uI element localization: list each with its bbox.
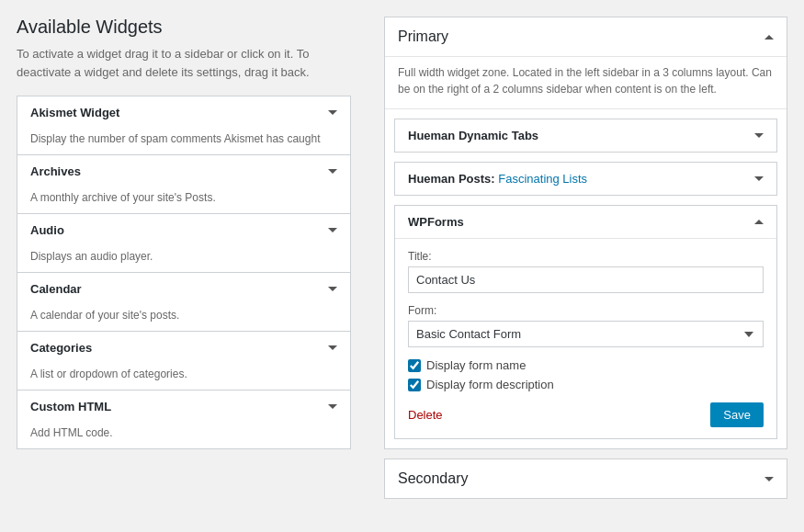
title-label: Title: (408, 250, 764, 263)
widget-akismet-desc: Display the number of spam comments Akis… (17, 129, 350, 154)
wpforms-body: Title: Form: Basic Contact Form Display … (395, 238, 776, 438)
chevron-down-icon (754, 176, 764, 181)
zone-widget-wpforms: WPForms Title: Form: Basic Contact Form … (394, 205, 777, 439)
chevron-up-icon (764, 35, 774, 40)
zone-widget-hueman-posts[interactable]: Hueman Posts: Fascinating Lists (394, 162, 777, 196)
zone-widget-hueman-dynamic-tabs-name: Hueman Dynamic Tabs (408, 129, 538, 142)
display-form-desc-row: Display form description (408, 378, 764, 391)
chevron-down-icon (754, 133, 764, 138)
chevron-down-icon (328, 345, 337, 350)
widget-categories[interactable]: Categories A list or dropdown of categor… (17, 332, 351, 391)
widget-calendar-header[interactable]: Calendar (17, 273, 350, 305)
widget-calendar[interactable]: Calendar A calendar of your site's posts… (17, 273, 351, 332)
chevron-down-icon (328, 228, 337, 232)
chevron-down-icon (328, 404, 337, 409)
widget-audio[interactable]: Audio Displays an audio player. (17, 214, 351, 273)
save-button[interactable]: Save (710, 402, 764, 427)
secondary-zone-header[interactable]: Secondary (385, 459, 787, 498)
widget-custom-html-desc: Add HTML code. (17, 423, 350, 448)
widget-archives-header[interactable]: Archives (17, 155, 350, 187)
secondary-zone: Secondary (384, 458, 787, 499)
primary-zone-title: Primary (398, 28, 448, 45)
form-label: Form: (408, 304, 764, 317)
chevron-down-icon (328, 287, 337, 291)
sidebar-zones-panel: Primary Full width widget zone. Located … (368, 0, 804, 532)
widget-audio-desc: Displays an audio player. (17, 246, 350, 272)
zone-widget-hueman-posts-name: Hueman Posts: Fascinating Lists (408, 172, 587, 186)
panel-instructions: To activate a widget drag it to a sideba… (17, 45, 351, 81)
secondary-zone-title: Secondary (398, 470, 469, 487)
display-form-name-label: Display form name (426, 358, 526, 372)
display-form-name-row: Display form name (408, 358, 764, 372)
chevron-down-icon (328, 169, 337, 174)
widget-custom-html-name: Custom HTML (30, 400, 111, 413)
chevron-down-icon (328, 110, 337, 115)
form-select[interactable]: Basic Contact Form (408, 321, 764, 347)
title-field-group: Title: (408, 250, 764, 293)
widget-calendar-desc: A calendar of your site's posts. (17, 305, 350, 331)
primary-zone-header[interactable]: Primary (385, 17, 787, 57)
widget-calendar-name: Calendar (30, 282, 82, 296)
widget-categories-header[interactable]: Categories (17, 332, 350, 364)
widget-categories-name: Categories (30, 341, 92, 355)
widget-audio-name: Audio (30, 223, 64, 237)
chevron-down-icon (764, 477, 774, 481)
primary-zone: Primary Full width widget zone. Located … (384, 17, 787, 449)
widget-custom-html[interactable]: Custom HTML Add HTML code. (17, 391, 351, 449)
widget-custom-html-header[interactable]: Custom HTML (17, 391, 350, 423)
widget-akismet-header[interactable]: Akismet Widget (17, 96, 350, 129)
delete-link[interactable]: Delete (408, 408, 443, 422)
zone-widget-hueman-dynamic-tabs-header[interactable]: Hueman Dynamic Tabs (395, 119, 776, 152)
title-input[interactable] (408, 266, 764, 293)
widget-audio-header[interactable]: Audio (17, 214, 350, 246)
zone-widget-hueman-posts-header[interactable]: Hueman Posts: Fascinating Lists (395, 163, 776, 195)
zone-widget-wpforms-header[interactable]: WPForms (395, 206, 776, 238)
chevron-up-icon (754, 220, 764, 224)
widget-archives[interactable]: Archives A monthly archive of your site'… (17, 155, 351, 214)
display-form-description-checkbox[interactable] (408, 379, 421, 391)
widget-categories-desc: A list or dropdown of categories. (17, 364, 350, 390)
zone-widget-hueman-dynamic-tabs[interactable]: Hueman Dynamic Tabs (394, 119, 777, 153)
primary-zone-description: Full width widget zone. Located in the l… (385, 57, 787, 109)
available-widgets-panel: Available Widgets To activate a widget d… (0, 0, 368, 532)
wpforms-footer: Delete Save (408, 402, 764, 427)
widget-akismet-name: Akismet Widget (30, 106, 119, 119)
form-field-group: Form: Basic Contact Form (408, 304, 764, 347)
widgets-list: Akismet Widget Display the number of spa… (17, 96, 351, 449)
zone-widget-wpforms-name: WPForms (408, 215, 464, 229)
widget-akismet[interactable]: Akismet Widget Display the number of spa… (17, 96, 351, 155)
display-form-description-label: Display form description (426, 378, 554, 391)
widget-archives-desc: A monthly archive of your site's Posts. (17, 187, 350, 213)
display-form-name-checkbox[interactable] (408, 359, 421, 372)
widget-archives-name: Archives (30, 164, 81, 178)
panel-title: Available Widgets (17, 17, 351, 38)
